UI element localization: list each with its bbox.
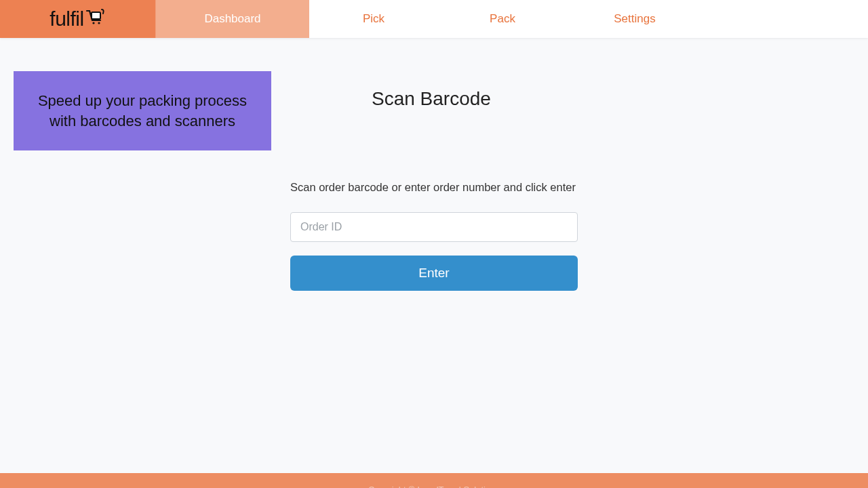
svg-point-2 xyxy=(98,22,100,24)
svg-point-1 xyxy=(92,22,94,24)
top-bar: fulfil Dashboard Pick Pack Settings xyxy=(0,0,868,38)
nav-tab-pack[interactable]: Pack xyxy=(438,0,567,38)
nav-tab-label: Settings xyxy=(614,12,655,26)
brand-name: fulfil xyxy=(50,7,83,30)
promo-text: Speed up your packing process with barco… xyxy=(26,91,259,131)
nav-tab-pick[interactable]: Pick xyxy=(309,0,438,38)
brand-logo[interactable]: fulfil xyxy=(0,0,156,38)
scan-heading: Scan Barcode xyxy=(372,88,578,110)
scan-instruction: Scan order barcode or enter order number… xyxy=(290,178,578,197)
nav-tab-settings[interactable]: Settings xyxy=(567,0,703,38)
enter-button[interactable]: Enter xyxy=(290,256,578,291)
footer-bar: Copyright © LoyalTree | Solutions xyxy=(0,473,868,488)
nav-tab-label: Pick xyxy=(363,12,384,26)
promo-banner: Speed up your packing process with barco… xyxy=(14,71,271,150)
svg-rect-0 xyxy=(92,12,100,19)
nav-tab-label: Dashboard xyxy=(204,12,260,26)
brand-logo-text: fulfil xyxy=(50,7,105,30)
scan-panel: Scan Barcode Scan order barcode or enter… xyxy=(290,88,578,291)
footer-text: Copyright © LoyalTree | Solutions xyxy=(368,485,500,488)
order-id-input[interactable] xyxy=(290,212,578,242)
nav-tab-label: Pack xyxy=(490,12,515,26)
nav-tab-dashboard[interactable]: Dashboard xyxy=(156,0,309,38)
main-nav: Dashboard Pick Pack Settings xyxy=(156,0,868,38)
cart-icon xyxy=(85,7,106,30)
